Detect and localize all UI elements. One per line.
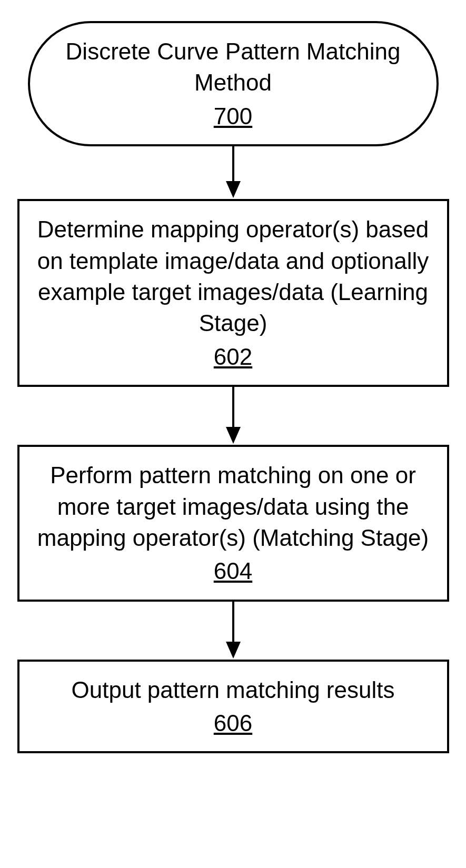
arrow-icon <box>223 387 244 445</box>
node-text: Determine mapping operator(s) based on t… <box>37 216 429 336</box>
svg-marker-1 <box>226 181 241 198</box>
node-ref: 700 <box>214 101 252 132</box>
process-learning-stage: Determine mapping operator(s) based on t… <box>17 199 449 387</box>
arrow-icon <box>223 146 244 199</box>
node-text: Discrete Curve Pattern Matching Method <box>66 38 401 95</box>
arrow-icon <box>223 602 244 660</box>
node-text: Perform pattern matching on one or more … <box>37 462 429 551</box>
flowchart-container: Discrete Curve Pattern Matching Method 7… <box>16 21 450 753</box>
process-output-results: Output pattern matching results 606 <box>17 660 449 754</box>
svg-marker-3 <box>226 427 241 444</box>
svg-marker-5 <box>226 642 241 659</box>
node-ref: 606 <box>214 707 252 739</box>
terminator-start: Discrete Curve Pattern Matching Method 7… <box>28 21 439 146</box>
node-ref: 602 <box>214 341 252 372</box>
process-matching-stage: Perform pattern matching on one or more … <box>17 445 449 602</box>
node-ref: 604 <box>214 555 252 586</box>
node-text: Output pattern matching results <box>72 677 395 703</box>
